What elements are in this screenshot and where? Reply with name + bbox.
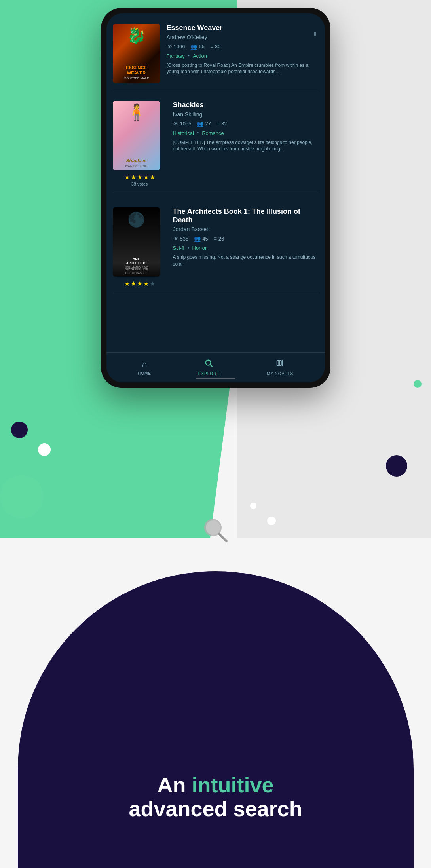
bottom-text-plain: An	[157, 773, 192, 797]
scrollbar-thumb	[314, 32, 316, 36]
svg-point-0	[206, 360, 211, 365]
book-desc-essence-weaver: (Cross posting to Royal Road) An Empire …	[167, 62, 319, 76]
stat-followers-shackles: 👥 27	[197, 121, 211, 127]
bottom-tagline: An intuitive advanced search	[117, 773, 315, 821]
book-title-shackles[interactable]: Shackles	[173, 101, 319, 110]
star-4: ★	[143, 173, 149, 181]
votes-count-shackles: 38 votes	[131, 182, 148, 186]
scrollbar[interactable]	[314, 18, 316, 57]
deco-dot-4	[250, 503, 256, 509]
chapters-icon-architects: ≡	[214, 236, 217, 242]
arch-star-1: ★	[124, 280, 130, 287]
stat-views-architects: 👁 535	[173, 236, 189, 242]
home-indicator	[196, 378, 235, 379]
tag-historical[interactable]: Historical	[173, 130, 194, 136]
bottom-text-highlight: intuitive	[192, 773, 273, 797]
book-cover-architects[interactable]: 🌑 THEARCHITECTS THE ILLUSION OFDEATH PRE…	[113, 207, 160, 277]
book-desc-architects: A ship goes missing. Not a strange occur…	[173, 254, 319, 268]
cover-author-architects: JORDAN BASSETT	[124, 272, 149, 274]
followers-icon-architects: 👥	[194, 236, 201, 242]
phone-screen: 🐉 ESSENCEWEAVER MONSTER MALE Essence Wea…	[106, 13, 325, 382]
svg-line-1	[210, 365, 213, 367]
bottom-text-line1: An intuitive	[117, 773, 315, 797]
bottom-text-line2: advanced search	[117, 797, 315, 821]
phone-device: 🐉 ESSENCEWEAVER MONSTER MALE Essence Wea…	[101, 8, 330, 388]
deco-dot-1	[11, 422, 28, 438]
book-info-shackles: Shackles Ivan Skilling 👁 1055 👥 27 ≡	[173, 101, 319, 186]
book-list: 🐉 ESSENCEWEAVER MONSTER MALE Essence Wea…	[106, 13, 325, 352]
book-item-essence-weaver[interactable]: 🐉 ESSENCEWEAVER MONSTER MALE Essence Wea…	[113, 18, 319, 89]
views-count-essence: 1066	[174, 44, 185, 49]
search-illustration	[202, 517, 230, 544]
book-cover-essence-weaver[interactable]: 🐉 ESSENCEWEAVER MONSTER MALE	[113, 24, 160, 83]
book-tags-shackles: Historical • Romance	[173, 130, 319, 136]
book-stats-architects: 👁 535 👥 45 ≡ 26	[173, 236, 319, 242]
tag-scifi[interactable]: Sci-fi	[173, 245, 184, 251]
book-title-essence-weaver[interactable]: Essence Weaver	[167, 24, 319, 32]
views-icon: 👁	[167, 44, 172, 50]
stat-followers-architects: 👥 45	[194, 236, 208, 242]
chapters-count-essence: 30	[215, 44, 220, 49]
star-5: ★	[150, 173, 155, 181]
deco-dot-3	[386, 455, 407, 477]
tag-separator-2: •	[197, 130, 199, 136]
tag-separator-3: •	[187, 245, 189, 251]
nav-item-home[interactable]: ⌂ HOME	[138, 359, 151, 376]
cover-subtitle-architects: THE ILLUSION OFDEATH PRELUDE	[125, 265, 148, 271]
chapters-icon-shackles: ≡	[216, 121, 220, 127]
chapters-count-architects: 26	[218, 236, 224, 242]
star-rating-architects: ★ ★ ★ ★ ★	[124, 280, 155, 287]
search-large-icon	[202, 517, 230, 544]
followers-icon-shackles: 👥	[197, 121, 203, 127]
book-desc-shackles: [COMPLETED] The empress dowager's life b…	[173, 139, 319, 153]
tag-romance[interactable]: Romance	[202, 130, 224, 136]
tag-horror[interactable]: Horror	[192, 245, 207, 251]
tag-action[interactable]: Action	[193, 53, 207, 59]
views-count-shackles: 1055	[180, 121, 192, 127]
deco-dot-2	[38, 443, 51, 456]
my-novels-icon	[275, 359, 284, 370]
bottom-semi-bg	[18, 571, 414, 868]
nav-label-my-novels: MY NOVELS	[267, 372, 293, 376]
nav-label-explore: EXPLORE	[198, 372, 220, 376]
svg-point-6	[206, 520, 220, 535]
tag-fantasy[interactable]: Fantasy	[167, 53, 185, 59]
nav-label-home: HOME	[138, 371, 151, 376]
book-title-architects[interactable]: The Architects Book 1: The Illusion of D…	[173, 207, 319, 224]
arch-star-4: ★	[143, 280, 149, 287]
deco-dot-6	[0, 475, 44, 519]
followers-count-shackles: 27	[205, 121, 211, 127]
tag-separator-1: •	[188, 53, 190, 59]
arch-star-5: ★	[150, 280, 155, 287]
book-cover-shackles[interactable]: 🧍 Shackles IVAN SKILLING	[113, 101, 160, 170]
arch-star-3: ★	[137, 280, 142, 287]
book-stats-shackles: 👁 1055 👥 27 ≡ 32	[173, 121, 319, 127]
cover-char-icon: 🧍	[127, 103, 146, 122]
svg-rect-4	[282, 361, 283, 366]
cover-subtitle-essence: MONSTER MALE	[123, 76, 149, 80]
nav-item-explore[interactable]: EXPLORE	[198, 359, 220, 376]
svg-rect-3	[280, 361, 282, 366]
book-item-architects[interactable]: 🌑 THEARCHITECTS THE ILLUSION OFDEATH PRE…	[113, 202, 319, 293]
cover-dragon-icon: 🐉	[127, 27, 146, 44]
views-count-architects: 535	[180, 236, 189, 242]
followers-count-essence: 55	[199, 44, 204, 49]
arch-star-2: ★	[131, 280, 136, 287]
book-author-shackles: Ivan Skilling	[173, 111, 319, 118]
views-icon-architects: 👁	[173, 236, 178, 242]
followers-count-architects: 45	[202, 236, 208, 242]
cover-title-architects: THEARCHITECTS	[126, 258, 147, 265]
stat-chapters-essence: ≡ 30	[210, 44, 221, 50]
book-item-shackles[interactable]: 🧍 Shackles IVAN SKILLING ★ ★ ★ ★ ★ 38 vo…	[113, 95, 319, 192]
deco-dot-7	[267, 517, 276, 525]
book-author-architects: Jordan Bassett	[173, 226, 319, 232]
chapters-icon: ≡	[210, 44, 213, 50]
nav-item-my-novels[interactable]: MY NOVELS	[267, 359, 293, 376]
star-rating-shackles: ★ ★ ★ ★ ★	[124, 173, 155, 181]
book-info-architects: The Architects Book 1: The Illusion of D…	[173, 207, 319, 287]
cover-author-shackles: IVAN SKILLING	[125, 164, 147, 168]
book-info-essence-weaver: Essence Weaver Andrew O'Kelley 👁 1066 👥 …	[167, 24, 319, 83]
chapters-count-shackles: 32	[221, 121, 227, 127]
svg-rect-2	[277, 361, 279, 366]
star-3: ★	[137, 173, 142, 181]
